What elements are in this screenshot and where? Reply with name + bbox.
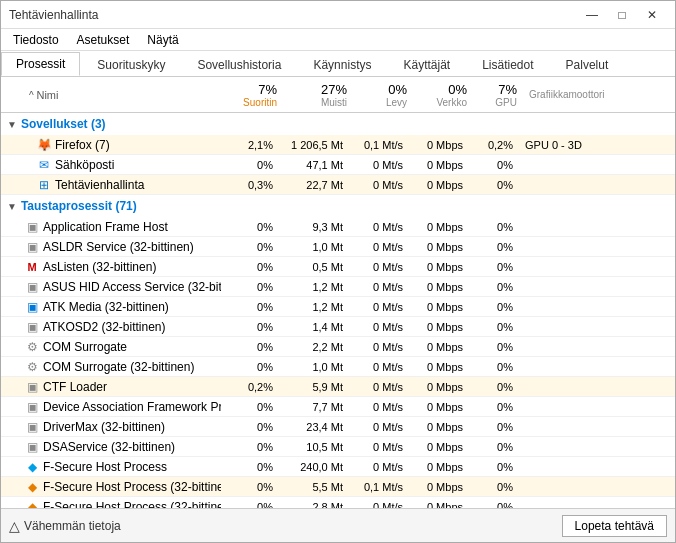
- table-row[interactable]: ▣ DriverMax (32-bittinen) 0% 23,4 Mt 0 M…: [1, 417, 675, 437]
- gear-icon: ⚙: [25, 360, 39, 374]
- row-name-com-surrogate: ⚙ COM Surrogate: [1, 340, 221, 354]
- row-name-atkosd2: ▣ ATKOSD2 (32-bittinen): [1, 320, 221, 334]
- row-name-taskmgr: ⊞ Tehtävienhallinta: [1, 178, 221, 192]
- gear-icon: ⚙: [25, 340, 39, 354]
- tab-kaynistys[interactable]: Käynnistys: [298, 53, 386, 76]
- row-name-fsecure: ◆ F-Secure Host Process: [1, 460, 221, 474]
- app-blue-icon: ▣: [25, 300, 39, 314]
- fsecure-icon: ◆: [25, 480, 39, 494]
- tab-bar: Prosessit Suorituskyky Sovellushistoria …: [1, 51, 675, 77]
- tab-sovellushistoria[interactable]: Sovellushistoria: [182, 53, 296, 76]
- table-row[interactable]: 🦊 Firefox (7) 2,1% 1 206,5 Mt 0,1 Mt/s 0…: [1, 135, 675, 155]
- less-info-label: Vähemmän tietoja: [24, 519, 121, 533]
- table-row[interactable]: ▣ ATK Media (32-bittinen) 0% 1,2 Mt 0 Mt…: [1, 297, 675, 317]
- tab-lisatiedot[interactable]: Lisätiedot: [467, 53, 548, 76]
- app-icon: ▣: [25, 420, 39, 434]
- row-mem: 1 206,5 Mt: [281, 139, 351, 151]
- tab-prosessit[interactable]: Prosessit: [1, 52, 80, 76]
- close-button[interactable]: ✕: [637, 5, 667, 25]
- row-cpu: 2,1%: [221, 139, 281, 151]
- row-name-com-surrogate-32: ⚙ COM Surrogate (32-bittinen): [1, 360, 221, 374]
- title-bar-controls: — □ ✕: [577, 5, 667, 25]
- mail-icon: ✉: [37, 158, 51, 172]
- maximize-button[interactable]: □: [607, 5, 637, 25]
- col-header-gpu[interactable]: 7% GPU: [475, 82, 525, 108]
- app-icon: ▣: [25, 380, 39, 394]
- row-name-drivermax: ▣ DriverMax (32-bittinen): [1, 420, 221, 434]
- col-header-disk[interactable]: 0% Levy: [355, 82, 415, 108]
- col-header-name[interactable]: ^ Nimi: [5, 89, 225, 101]
- row-name-asus-hid: ▣ ASUS HID Access Service (32-bittinen): [1, 280, 221, 294]
- title-bar: Tehtävienhallinta — □ ✕: [1, 1, 675, 29]
- table-row[interactable]: ▣ ASUS HID Access Service (32-bittinen) …: [1, 277, 675, 297]
- bg-section-label: Taustaprosessit (71): [21, 199, 137, 213]
- table-row[interactable]: ▣ ATKOSD2 (32-bittinen) 0% 1,4 Mt 0 Mt/s…: [1, 317, 675, 337]
- table-body[interactable]: ▼ Sovellukset (3) 🦊 Firefox (7) 2,1% 1 2…: [1, 113, 675, 508]
- row-disk: 0,1 Mt/s: [351, 139, 411, 151]
- menu-bar: Tiedosto Asetukset Näytä: [1, 29, 675, 51]
- row-name-fsecure-32a: ◆ F-Secure Host Process (32-bittinen): [1, 480, 221, 494]
- app-icon: ▣: [25, 280, 39, 294]
- table-row[interactable]: ⊞ Tehtävienhallinta 0,3% 22,7 Mt 0 Mt/s …: [1, 175, 675, 195]
- row-name-device-assoc: ▣ Device Association Framework Provider …: [1, 400, 221, 414]
- app-icon: ▣: [25, 400, 39, 414]
- less-info-toggle[interactable]: △ Vähemmän tietoja: [9, 518, 121, 534]
- row-name-ctf-loader: ▣ CTF Loader: [1, 380, 221, 394]
- table-row[interactable]: ▣ CTF Loader 0,2% 5,9 Mt 0 Mt/s 0 Mbps 0…: [1, 377, 675, 397]
- taskmgr-icon: ⊞: [37, 178, 51, 192]
- minimize-button[interactable]: —: [577, 5, 607, 25]
- row-net: 0 Mbps: [411, 139, 471, 151]
- row-name-fsecure-32b: ◆ F-Secure Host Process (32-bittinen): [1, 500, 221, 509]
- row-name-atk-media: ▣ ATK Media (32-bittinen): [1, 300, 221, 314]
- firefox-icon: 🦊: [37, 138, 51, 152]
- app-icon: ▣: [25, 240, 39, 254]
- fsecure-icon: ◆: [25, 460, 39, 474]
- table-row[interactable]: ◆ F-Secure Host Process (32-bittinen) 0%…: [1, 477, 675, 497]
- section-apps[interactable]: ▼ Sovellukset (3): [1, 113, 675, 135]
- table-row[interactable]: ⚙ COM Surrogate 0% 2,2 Mt 0 Mt/s 0 Mbps …: [1, 337, 675, 357]
- tab-kayttajat[interactable]: Käyttäjät: [388, 53, 465, 76]
- app-icon: ▣: [25, 220, 39, 234]
- col-header-cpu[interactable]: 7% Suoritin: [225, 82, 285, 108]
- menu-tiedosto[interactable]: Tiedosto: [5, 31, 67, 49]
- table-row[interactable]: ✉ Sähköposti 0% 47,1 Mt 0 Mt/s 0 Mbps 0%: [1, 155, 675, 175]
- m-icon: M: [25, 260, 39, 274]
- table-row[interactable]: ▣ ASLDR Service (32-bittinen) 0% 1,0 Mt …: [1, 237, 675, 257]
- row-gpu: 0,2%: [471, 139, 521, 151]
- row-name-dsaservice: ▣ DSAService (32-bittinen): [1, 440, 221, 454]
- chevron-up-icon: △: [9, 518, 20, 534]
- table-row[interactable]: ▣ DSAService (32-bittinen) 0% 10,5 Mt 0 …: [1, 437, 675, 457]
- row-name-mail: ✉ Sähköposti: [1, 158, 221, 172]
- fsecure-icon: ◆: [25, 500, 39, 509]
- tab-palvelut[interactable]: Palvelut: [551, 53, 624, 76]
- row-gengine: GPU 0 - 3D: [521, 139, 675, 151]
- table-header: ^ Nimi 7% Suoritin 27% Muisti 0% Levy 0%…: [1, 77, 675, 113]
- bg-chevron: ▼: [7, 201, 17, 212]
- app-icon: ▣: [25, 440, 39, 454]
- col-header-network[interactable]: 0% Verkko: [415, 82, 475, 108]
- table-row[interactable]: ⚙ COM Surrogate (32-bittinen) 0% 1,0 Mt …: [1, 357, 675, 377]
- app-icon: ▣: [25, 320, 39, 334]
- section-background[interactable]: ▼ Taustaprosessit (71): [1, 195, 675, 217]
- menu-nayta[interactable]: Näytä: [139, 31, 186, 49]
- row-name-firefox: 🦊 Firefox (7): [1, 138, 221, 152]
- apps-section-label: Sovellukset (3): [21, 117, 106, 131]
- table-row[interactable]: ◆ F-Secure Host Process 0% 240,0 Mt 0 Mt…: [1, 457, 675, 477]
- table-row[interactable]: ▣ Application Frame Host 0% 9,3 Mt 0 Mt/…: [1, 217, 675, 237]
- row-name-aslisten: M AsListen (32-bittinen): [1, 260, 221, 274]
- menu-asetukset[interactable]: Asetukset: [69, 31, 138, 49]
- row-name-appframehost: ▣ Application Frame Host: [1, 220, 221, 234]
- col-header-gpu-engine[interactable]: Grafiikkamoottori: [525, 89, 671, 100]
- col-header-memory[interactable]: 27% Muisti: [285, 82, 355, 108]
- task-manager-window: Tehtävienhallinta — □ ✕ Tiedosto Asetuks…: [0, 0, 676, 543]
- window-title: Tehtävienhallinta: [9, 8, 98, 22]
- table-row[interactable]: M AsListen (32-bittinen) 0% 0,5 Mt 0 Mt/…: [1, 257, 675, 277]
- tab-suorituskyky[interactable]: Suorituskyky: [82, 53, 180, 76]
- footer: △ Vähemmän tietoja Lopeta tehtävä: [1, 508, 675, 542]
- apps-chevron: ▼: [7, 119, 17, 130]
- table-row[interactable]: ▣ Device Association Framework Provider …: [1, 397, 675, 417]
- table-row[interactable]: ◆ F-Secure Host Process (32-bittinen) 0%…: [1, 497, 675, 508]
- end-task-button[interactable]: Lopeta tehtävä: [562, 515, 667, 537]
- row-name-asldr: ▣ ASLDR Service (32-bittinen): [1, 240, 221, 254]
